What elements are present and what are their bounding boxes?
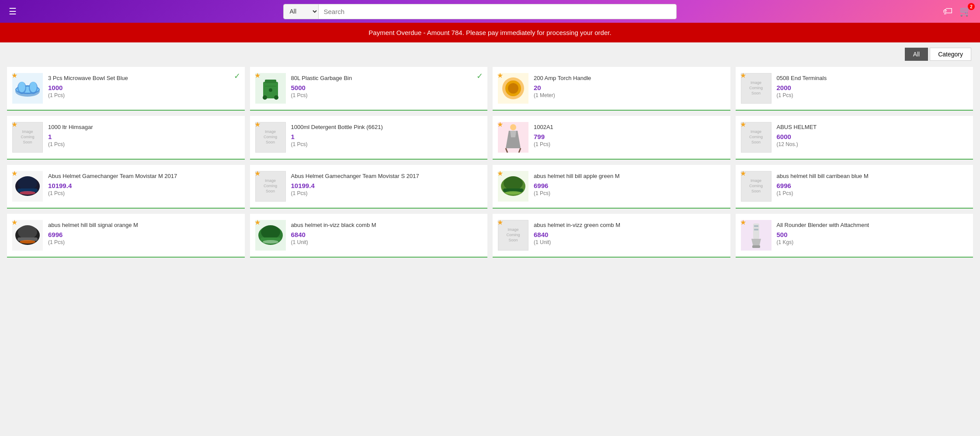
product-price: 20 [534,84,725,91]
svg-point-44 [263,240,278,244]
star-icon: ★ [497,169,503,178]
product-price: 1 [291,133,483,140]
product-card[interactable]: ★ 1002A1 799 (1 Pcs) [493,116,730,160]
svg-point-27 [18,176,37,190]
product-price: 2000 [777,84,968,91]
product-price: 6840 [534,231,725,238]
product-card[interactable]: ★ ✓ 80L Plastic Garbage Bin 5000 (1 Pcs) [250,67,488,111]
product-unit: (1 Pcs) [534,141,725,147]
header: ☰ All 🏷 🛒 2 [0,0,980,23]
product-name: 0508 End Terminals [777,75,968,82]
product-name: 1002A1 [534,124,725,131]
product-card[interactable]: ★ ImageComingSoon abus helmet in-vizz gr… [493,214,730,258]
svg-point-39 [20,240,35,244]
product-card[interactable]: ★ ImageComingSoon 0508 End Terminals 200… [736,67,973,111]
star-icon: ★ [11,218,17,227]
svg-point-42 [261,225,280,239]
product-info: 0508 End Terminals 2000 (1 Pcs) [777,73,968,98]
star-icon: ★ [497,218,503,227]
product-card[interactable]: ★ ImageComingSoon 1000 ltr Himsagar 1 (1… [7,116,245,160]
star-icon: ★ [254,71,261,80]
product-card[interactable]: ★ All Rounder Blender with Attachment 50… [736,214,973,258]
product-info: abus helmet hill bill signal orange M 69… [48,220,240,245]
svg-point-11 [269,88,272,92]
svg-marker-22 [510,131,516,137]
product-card[interactable]: ★ ✓ 3 Pcs Microwave Bowl Set Blue 1000 (… [7,67,245,111]
product-info: 80L Plastic Garbage Bin 5000 (1 Pcs) [291,73,483,98]
product-price: 500 [777,231,968,238]
star-icon: ★ [254,218,261,227]
svg-rect-49 [754,225,758,227]
product-name: abus helmet in-vizz black comb M [291,222,483,229]
star-icon: ★ [11,120,17,129]
star-icon: ★ [497,71,503,80]
product-card[interactable]: ★ abus helmet hill bill signal orange M … [7,214,245,258]
product-unit: (1 Unit) [291,239,483,245]
svg-point-5 [18,82,25,92]
svg-point-7 [30,82,37,92]
product-unit: (1 Pcs) [48,92,240,98]
star-icon: ★ [254,120,261,129]
product-info: Abus Helmet Gamechanger Team Movistar M … [48,171,240,196]
svg-point-14 [263,95,267,100]
product-price: 10199.4 [291,182,483,189]
product-price: 1 [48,133,240,140]
product-unit: (1 Pcs) [291,141,483,147]
star-icon: ★ [740,169,746,178]
search-input[interactable] [319,4,676,19]
product-unit: (1 Unit) [534,239,725,245]
product-info: 1000 ltr Himsagar 1 (1 Pcs) [48,122,240,147]
product-info: abus helmet hill bill carribean blue M 6… [777,171,968,196]
product-name: 3 Pcs Microwave Bowl Set Blue [48,75,240,82]
product-card[interactable]: ★ Abus Helmet Gamechanger Team Movistar … [7,165,245,209]
product-price: 1000 [48,84,240,91]
product-unit: (1 Pcs) [777,92,968,98]
cart-icon[interactable]: 🛒 2 [959,6,971,17]
filter-all-button[interactable]: All [905,48,928,61]
star-icon: ★ [497,120,503,129]
product-info: abus helmet hill bill apple green M 6996… [534,171,725,196]
product-name: abus helmet hill bill apple green M [534,173,725,180]
product-unit: (1 Pcs) [48,239,240,245]
svg-rect-10 [265,80,276,83]
star-icon: ★ [11,71,17,80]
product-name: 1000ml Detergent Bottle Pink (6621) [291,124,483,131]
star-icon: ★ [254,169,261,178]
product-name: 200 Amp Torch Handle [534,75,725,82]
star-icon: ★ [740,218,746,227]
product-name: All Rounder Blender with Attachment [777,222,968,229]
products-grid: ★ ✓ 3 Pcs Microwave Bowl Set Blue 1000 (… [0,64,980,260]
product-card[interactable]: ★ ImageComingSoon abus helmet hill bill … [736,165,973,209]
svg-point-13 [274,95,278,100]
product-card[interactable]: ★ ImageComingSoon Abus Helmet Gamechange… [250,165,488,209]
product-info: 200 Amp Torch Handle 20 (1 Meter) [534,73,725,98]
product-price: 10199.4 [48,182,240,189]
product-price: 799 [534,133,725,140]
product-unit: (1 Meter) [534,92,725,98]
product-unit: (1 Pcs) [291,92,483,98]
product-info: ABUS HELMET 6000 (12 Nos.) [777,122,968,147]
category-select[interactable]: All [284,4,319,19]
cart-badge: 2 [968,3,975,10]
svg-point-29 [20,191,35,195]
header-icons: 🏷 🛒 2 [943,6,971,17]
alert-message: Payment Overdue - Amount 784. Please pay… [368,29,611,36]
product-card[interactable]: ★ ImageComingSoon ABUS HELMET 6000 (12 N… [736,116,973,160]
filter-category-button[interactable]: Category [930,48,971,61]
tag-icon[interactable]: 🏷 [943,6,952,17]
product-card[interactable]: ★ abus helmet hill bill apple green M 69… [493,165,730,209]
product-card[interactable]: ★ ImageComingSoon 1000ml Detergent Bottl… [250,116,488,160]
product-name: abus helmet hill bill signal orange M [48,222,240,229]
product-card[interactable]: ★ abus helmet in-vizz black comb M 6840 … [250,214,488,258]
product-unit: (12 Nos.) [777,141,968,147]
checkmark-icon: ✓ [476,71,483,81]
product-unit: (1 Pcs) [48,141,240,147]
product-name: 1000 ltr Himsagar [48,124,240,131]
product-card[interactable]: ★ 200 Amp Torch Handle 20 (1 Meter) [493,67,730,111]
star-icon: ★ [740,120,746,129]
hamburger-icon[interactable]: ☰ [9,6,17,17]
product-price: 6000 [777,133,968,140]
product-info: All Rounder Blender with Attachment 500 … [777,220,968,245]
product-unit: (1 Pcs) [534,190,725,196]
filter-bar: All Category [0,42,980,64]
